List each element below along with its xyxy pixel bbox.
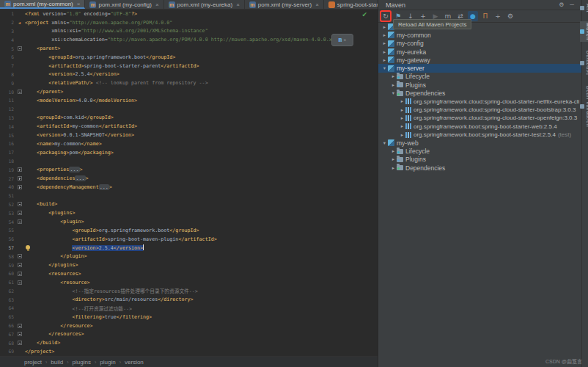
code-line[interactable]: 15 <version>0.0.1-SNAPSHOT</version> [0,131,378,139]
fold-gutter[interactable] [14,272,25,276]
fold-collapse-icon[interactable] [18,263,22,267]
chevron-right-icon[interactable]: ▸ [390,73,397,79]
code-line[interactable]: 12 [0,105,378,114]
chevron-right-icon[interactable]: ▸ [399,107,405,113]
code-line[interactable]: 63 <directory>src/main/resources</direct… [0,295,378,304]
tree-row[interactable]: ▸org.springframework.boot:spring-boot-st… [378,131,582,139]
tree-row[interactable]: ▸Lifecycle [378,73,582,81]
tree-row[interactable]: ▸Plugins [378,81,582,89]
code-line[interactable]: 13 <groupId>com.kid</groupId> [0,114,378,123]
maven-settings-button[interactable]: ⚙ [505,11,515,21]
fold-gutter[interactable] [14,167,25,172]
chevron-right-icon[interactable]: ▸ [381,57,388,63]
collapse-all-button[interactable]: ÷ [493,11,503,21]
tree-row[interactable]: ▸my-common [378,31,582,39]
code-line[interactable]: 14 <artifactId>my-common</artifactId> [0,122,378,131]
fold-gutter[interactable] [14,263,25,267]
breadcrumb-item[interactable]: project [24,359,42,366]
maven-reload-floating-widget[interactable]: m × [331,34,353,46]
tree-row[interactable]: ▸Lifecycle [378,147,582,155]
chevron-right-icon[interactable]: ▸ [390,148,397,154]
code-line[interactable]: 9 <relativePath/> <!-- lookup parent fro… [0,79,378,87]
intention-bulb-icon[interactable] [26,245,30,250]
close-icon[interactable]: × [343,37,346,43]
code-line[interactable]: 52 <build> [0,200,378,209]
code-line[interactable]: 4 xsi:schemaLocation="http://maven.apach… [0,35,378,44]
code-line[interactable]: 3 xmlns:xsi="http://www.w3.org/2001/XMLS… [0,27,378,36]
fold-collapse-icon[interactable] [18,211,22,215]
tool-window-button-ant[interactable]: Ant [580,2,588,14]
hide-icon[interactable]: ─ [570,1,574,8]
chevron-right-icon[interactable]: ▸ [381,32,388,38]
code-line[interactable]: 18 [0,157,378,166]
fold-collapse-icon[interactable] [18,332,22,336]
fold-expand-icon[interactable] [18,185,22,189]
code-editor[interactable]: 1<?xml version="1.0" encoding="UTF-8"?>2… [0,10,378,356]
code-line[interactable]: 51 [0,192,378,200]
chevron-down-icon[interactable]: ▾ [390,90,397,96]
fold-collapse-icon[interactable] [18,46,22,51]
code-line[interactable]: 10 </parent> [0,87,378,96]
code-line[interactable]: 6 <groupId>org.springframework.boot</gro… [0,53,378,62]
code-line[interactable]: 54 <plugin> [0,217,378,226]
fold-expand-icon[interactable] [18,167,22,172]
fold-collapse-icon[interactable] [18,272,22,276]
fold-collapse-icon[interactable] [18,202,22,206]
tool-window-button-bean-validation[interactable]: Bean Validation [580,84,588,128]
fold-collapse-icon[interactable] [18,280,22,285]
code-line[interactable]: 55 <groupId>org.springframework.boot</gr… [0,226,378,235]
chevron-right-icon[interactable]: ▸ [390,165,397,171]
inspections-ok-icon[interactable]: ✔ [361,11,367,18]
tree-row[interactable]: ▾my-web [378,139,582,147]
editor-tab[interactable]: mpom.xml (my-eureka)× [164,0,245,9]
code-line[interactable]: 57 <version>2.5.4</version> [0,244,378,252]
code-line[interactable]: 27 <dependencies...> [0,174,378,183]
breadcrumb-item[interactable]: build [51,359,63,366]
code-line[interactable]: 66 </resource> [0,321,378,330]
fold-gutter[interactable] [14,90,25,94]
gear-icon[interactable]: ⚙ [559,1,564,8]
breadcrumb-item[interactable]: plugins [73,359,91,366]
fold-gutter[interactable] [14,341,25,345]
chevron-right-icon[interactable]: ▸ [399,132,405,138]
fold-collapse-icon[interactable] [18,219,22,224]
code-line[interactable]: 61 <resource> [0,278,378,287]
chevron-right-icon[interactable]: ▸ [390,82,397,88]
reload-all-maven-projects-button[interactable]: ↻ [381,11,391,21]
code-line[interactable]: 69</project> [0,347,378,356]
code-line[interactable]: 40 <dependencyManagement...> [0,183,378,192]
fold-gutter[interactable] [14,332,25,336]
fold-collapse-icon[interactable] [18,341,22,345]
chevron-right-icon[interactable]: ▸ [390,156,397,162]
tree-row[interactable]: ▸org.springframework.cloud:spring-cloud-… [378,106,582,114]
close-icon[interactable]: × [315,1,319,8]
tree-row[interactable]: ▸Plugins [378,156,582,164]
fold-gutter[interactable] [14,219,25,224]
tool-window-button-maven[interactable]: Maven [580,21,588,42]
code-line[interactable]: 58 </plugin> [0,252,378,261]
code-line[interactable]: 16 <name>my-common</name> [0,139,378,148]
editor-tab[interactable]: mpom.xml (my-config)× [85,0,163,9]
close-icon[interactable]: × [155,1,159,8]
chevron-down-icon[interactable]: ▾ [381,140,388,146]
code-line[interactable]: 65 <filtering>true</filtering> [0,313,378,321]
code-line[interactable]: 2◀<project xmlns="http://maven.apache.or… [0,18,378,27]
tree-row[interactable]: ▸org.springframework.boot:spring-boot-st… [378,123,582,131]
code-line[interactable]: 64 <!--打开资源过滤功能--> [0,304,378,313]
breadcrumb-item[interactable]: plugin [100,359,115,366]
tree-row[interactable]: ▾my-server [378,64,582,72]
chevron-right-icon[interactable]: ▸ [399,115,405,121]
fold-collapse-icon[interactable] [18,324,22,328]
code-lines[interactable]: 1<?xml version="1.0" encoding="UTF-8"?>2… [0,10,378,356]
code-line[interactable]: 19 <properties...> [0,165,378,174]
chevron-right-icon[interactable]: ▸ [399,98,405,104]
code-line[interactable]: 56 <artifactId>spring-boot-maven-plugin<… [0,235,378,244]
close-icon[interactable]: × [236,1,240,8]
tree-row[interactable]: ▸my-eureka [378,48,582,56]
tree-row[interactable]: ▾Dependencies [378,89,582,97]
tree-row[interactable]: ▸org.springframework.cloud:spring-cloud-… [378,98,582,106]
editor-tab[interactable]: mpom.xml (my-common)× [0,0,85,9]
breadcrumb-item[interactable]: version [125,359,144,366]
code-line[interactable]: 11 <modelVersion>4.0.0</modelVersion> [0,96,378,105]
fold-collapse-icon[interactable] [18,254,22,258]
